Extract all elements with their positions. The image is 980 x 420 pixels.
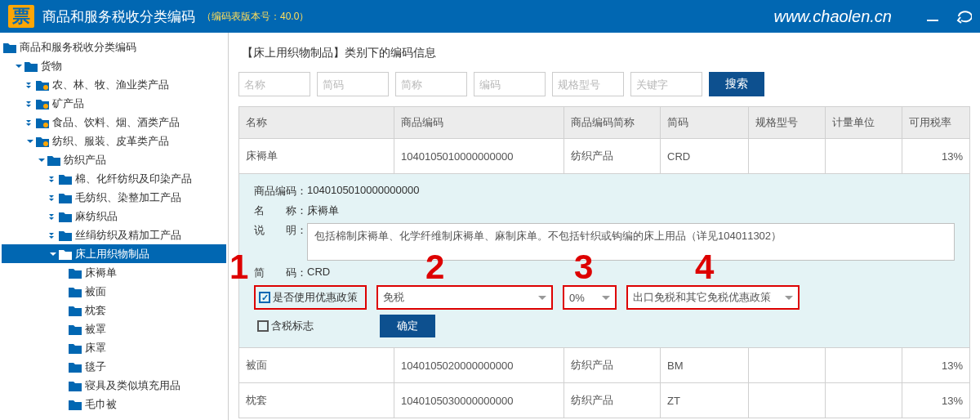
tree-pane[interactable]: 商品和服务税收分类编码 货物 农、林、牧、渔业类产品 矿产品 食品、饮料、烟、酒 [0,33,229,420]
detail-desc-label: 说 明： [254,223,307,238]
logo: 票 [8,5,34,28]
filter-abbr[interactable] [317,72,389,96]
filter-short[interactable] [395,72,467,96]
table-row[interactable]: 被面 1040105020000000000 纺织产品 BM 13% [239,348,970,383]
tree-item-selected[interactable]: 床上用织物制品 [2,244,226,263]
filter-bar: 搜索 [238,72,970,96]
code-table-continued: 被面 1040105020000000000 纺织产品 BM 13% 枕套 10… [238,348,970,418]
detail-desc-val[interactable]: 包括棉制床褥单、化学纤维制床褥单、麻制床单。不包括针织或钩编的床上用品（详见10… [307,223,955,261]
use-policy-checkbox-wrap[interactable]: 是否使用优惠政策 [254,285,367,310]
search-button[interactable]: 搜索 [709,72,764,96]
tree-item[interactable]: 毛纺织、染整加工产品 [2,188,226,207]
tree-item[interactable]: 床罩 [2,338,226,357]
annotation-3: 3 [574,248,593,287]
site-url: www.chaolen.cn [773,7,892,26]
th-spec: 规格型号 [749,107,826,139]
tree-item[interactable]: 寝具及类似填充用品 [2,376,226,395]
filter-keyword[interactable] [630,72,702,96]
detail-name-val: 床褥单 [307,203,339,218]
table-row[interactable]: 床褥单 1040105010000000000 纺织产品 CRD 13% [239,139,970,174]
tree-item[interactable]: 棉、化纤纺织及印染产品 [2,169,226,188]
use-policy-label: 是否使用优惠政策 [273,290,358,305]
tree-item[interactable]: 被面 [2,282,226,301]
double-caret-icon [24,79,36,91]
tree-root[interactable]: 商品和服务税收分类编码 [2,38,226,56]
filter-spec[interactable] [552,72,624,96]
tax-included-checkbox[interactable] [257,320,269,332]
detail-code-val: 1040105010000000000 [307,184,419,196]
annotation-4: 4 [695,248,714,287]
tree-item[interactable]: 枕套 [2,301,226,319]
page-title: 商品和服务税收分类编码 [42,7,195,26]
title-bar: 票 商品和服务税收分类编码 （编码表版本号：40.0） www.chaolen.… [0,0,980,33]
tree-item[interactable]: 麻纺织品 [2,207,226,226]
use-policy-checkbox[interactable] [259,292,270,303]
version-label: （编码表版本号：40.0） [202,10,309,24]
tree-item[interactable]: 纺织产品 [2,150,226,169]
detail-panel: 商品编码： 1040105010000000000 名 称： 床褥单 说 明： … [238,174,970,348]
tree-item[interactable]: 被罩 [2,319,226,338]
ok-button[interactable]: 确定 [380,315,435,337]
content-title: 【床上用织物制品】类别下的编码信息 [242,46,970,60]
tree-item[interactable]: 纺织、服装、皮革类产品 [2,132,226,150]
th-abbr: 简码 [661,107,749,139]
tree-item[interactable]: 毛巾被 [2,395,226,413]
th-rate: 可用税率 [902,107,970,139]
svg-point-1 [43,85,48,90]
detail-code-label: 商品编码： [254,184,307,199]
svg-point-2 [43,104,48,109]
tree-goods[interactable]: 货物 [2,56,226,75]
th-short: 商品编码简称 [564,107,661,139]
tree-item[interactable]: 丝绢纺织及精加工产品 [2,226,226,244]
svg-point-3 [43,123,48,127]
tree-item[interactable]: 农、林、牧、渔业类产品 [2,75,226,94]
annotation-2: 2 [425,248,444,287]
filter-name[interactable] [238,72,310,96]
detail-abbr-label: 简 码： [254,266,307,280]
svg-rect-0 [927,20,938,21]
th-name: 名称 [239,107,394,139]
annotation-1: 1 [229,248,248,287]
back-icon[interactable] [956,8,972,25]
th-unit: 计量单位 [826,107,902,139]
tree-item[interactable]: 食品、饮料、烟、酒类产品 [2,113,226,132]
tree-item[interactable]: 床褥单 [2,263,226,282]
code-table: 名称 商品编码 商品编码简称 简码 规格型号 计量单位 可用税率 床褥单 104… [238,106,970,174]
filter-code[interactable] [474,72,546,96]
caret-open-icon [13,60,24,72]
policy-select[interactable]: 免税 [376,285,553,310]
tree-item[interactable]: 矿产品 [2,94,226,113]
svg-point-4 [43,141,48,146]
minimize-icon[interactable] [924,8,941,25]
tax-included-label: 含税标志 [271,319,314,333]
rate-select[interactable]: 0% [563,285,617,310]
th-code: 商品编码 [394,107,564,139]
tree-item[interactable]: 毯子 [2,357,226,376]
detail-name-label: 名 称： [254,203,307,218]
table-row[interactable]: 枕套 1040105030000000000 纺织产品 ZT 13% [239,383,970,418]
policy-detail-select[interactable]: 出口免税和其它免税优惠政策 [626,285,800,310]
detail-abbr-val: CRD [307,266,330,278]
content-pane: 【床上用织物制品】类别下的编码信息 搜索 名称 商品编码 商品编码简称 简码 规… [229,33,980,420]
